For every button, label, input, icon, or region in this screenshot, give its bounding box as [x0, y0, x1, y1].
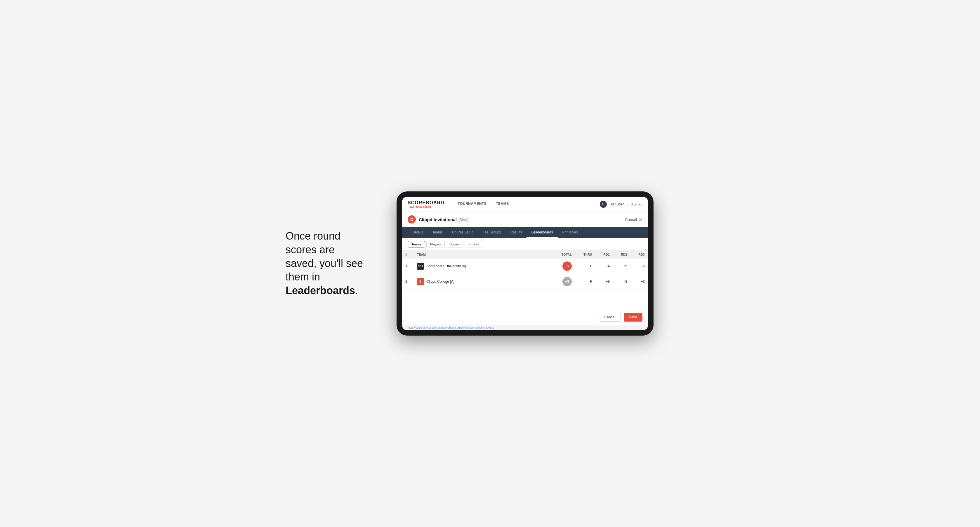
tablet-frame: SCOREBOARD Powered by clippd TOURNAMENTS…: [396, 191, 654, 336]
toggle-players[interactable]: Players: [426, 241, 445, 248]
intro-text: Once round scores are saved, you'll see …: [286, 229, 379, 298]
team-name-label: Clippd College [A]: [426, 279, 454, 284]
tournament-icon: C: [408, 215, 416, 224]
leaderboard-table: # TEAM TOTAL THRU RD1 RD2 RD3 1 SU Score…: [402, 251, 648, 289]
logo-sub: Powered by clippd: [408, 205, 444, 208]
table-row: 2 C Clippd College [A] +3F+8-8+3: [402, 274, 648, 289]
footer-cancel-button[interactable]: Cancel: [599, 313, 621, 322]
table-body: 1 SU Scoreboard University [A] -5F-4+5-6…: [402, 259, 648, 289]
user-avatar: S: [600, 201, 607, 208]
cell-rd1: +8: [596, 274, 613, 289]
score-badge: +3: [562, 277, 572, 286]
col-rd3: RD3: [631, 251, 648, 259]
toggle-row: Teams Players Scores Strokes: [402, 238, 648, 251]
cell-team-name: SU Scoreboard University [A]: [414, 259, 552, 274]
footer: Cancel Save: [402, 309, 648, 325]
close-icon: ✕: [639, 217, 643, 222]
col-thru: THRU: [575, 251, 596, 259]
table-row: 1 SU Scoreboard University [A] -5F-4+5-6: [402, 259, 648, 274]
tournament-title: Clippd Invitational: [419, 217, 457, 222]
tab-tee-groups[interactable]: Tee Groups: [478, 227, 506, 238]
top-nav: SCOREBOARD Powered by clippd TOURNAMENTS…: [402, 197, 648, 212]
sign-out-link[interactable]: Sign out: [631, 203, 643, 206]
cell-rd3: +3: [631, 274, 648, 289]
nav-tournaments[interactable]: TOURNAMENTS: [453, 197, 492, 212]
tab-teams[interactable]: Teams: [428, 227, 447, 238]
cell-rank: 1: [402, 259, 414, 274]
cell-team-name: C Clippd College [A]: [414, 274, 552, 289]
col-rd2: RD2: [613, 251, 631, 259]
toggle-scores[interactable]: Scores: [446, 241, 463, 248]
nav-links: TOURNAMENTS TEAMS: [453, 197, 600, 212]
tab-results[interactable]: Results: [506, 227, 527, 238]
col-team: TEAM: [414, 251, 552, 259]
cancel-tournament[interactable]: Cancel ✕: [625, 217, 643, 222]
cell-total: -5: [552, 259, 575, 274]
tablet-screen: SCOREBOARD Powered by clippd TOURNAMENTS…: [402, 197, 648, 330]
nav-teams[interactable]: TEAMS: [491, 197, 514, 212]
tournament-header: C Clippd Invitational (Men) Cancel ✕: [402, 212, 648, 227]
nav-right: S Test User | Sign out: [600, 201, 643, 208]
user-name: Test User: [609, 202, 624, 206]
logo-area: SCOREBOARD Powered by clippd: [408, 200, 444, 208]
tab-details[interactable]: Details: [408, 227, 428, 238]
col-rd1: RD1: [596, 251, 613, 259]
tournament-subtitle: (Men): [458, 217, 468, 222]
cell-rd2: -8: [613, 274, 631, 289]
tab-leaderboards[interactable]: Leaderboards: [527, 227, 557, 238]
sub-nav: Details Teams Course Setup Tee Groups Re…: [402, 227, 648, 238]
cell-rd3: -6: [631, 259, 648, 274]
cell-rd1: -4: [596, 259, 613, 274]
cell-rank: 2: [402, 274, 414, 289]
team-name-label: Scoreboard University [A]: [426, 264, 466, 268]
toggle-strokes[interactable]: Strokes: [465, 241, 483, 248]
leaderboard-content: # TEAM TOTAL THRU RD1 RD2 RD3 1 SU Score…: [402, 251, 648, 309]
cell-rd2: +5: [613, 259, 631, 274]
team-logo-icon: SU: [417, 263, 424, 270]
table-header-row: # TEAM TOTAL THRU RD1 RD2 RD3: [402, 251, 648, 259]
logo-text: SCOREBOARD: [408, 200, 444, 205]
score-badge: -5: [562, 262, 572, 271]
footer-save-button[interactable]: Save: [624, 313, 643, 322]
tab-course-setup[interactable]: Course Setup: [447, 227, 478, 238]
cell-thru: F: [575, 259, 596, 274]
col-total: TOTAL: [552, 251, 575, 259]
table-head: # TEAM TOTAL THRU RD1 RD2 RD3: [402, 251, 648, 259]
team-logo-icon: C: [417, 278, 424, 285]
cell-total: +3: [552, 274, 575, 289]
toggle-teams[interactable]: Teams: [408, 241, 425, 248]
tab-printables[interactable]: Printables: [558, 227, 582, 238]
col-rank: #: [402, 251, 414, 259]
cell-thru: F: [575, 274, 596, 289]
url-bar: https://stage-blue-coach.stagescoreboard…: [402, 325, 648, 330]
